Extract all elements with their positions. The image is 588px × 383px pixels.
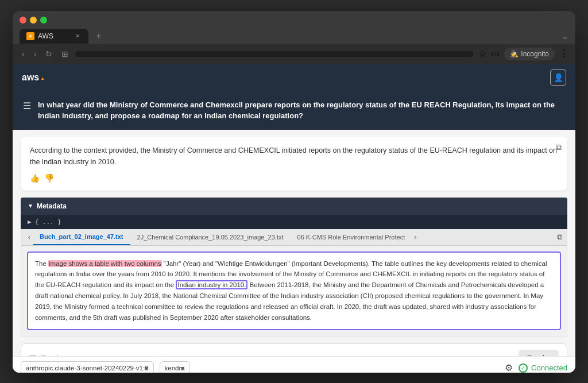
send-button[interactable]: Send » [519,350,559,355]
answer-section: ⧉ According to the context provided, the… [21,137,567,191]
question-section: ☰ In what year did the Ministry of Comme… [13,91,575,130]
copy-icon[interactable]: ⧉ [556,142,562,152]
tab-close-button[interactable]: ✕ [74,32,82,40]
back-button[interactable]: ‹ [20,48,27,60]
answer-text: According to the context provided, the M… [30,145,558,168]
bookmark-icon[interactable]: ☆ [478,48,486,59]
footer-bar: anthropic.claude-3-sonnet-20240229-v1:0 … [13,356,575,373]
source-tab-2[interactable]: 2J_Chemical Compliance_19.05.2023_image_… [130,230,291,245]
model-dropdown-wrapper[interactable]: anthropic.claude-3-sonnet-20240229-v1:0 … [21,361,154,373]
tab-title: AWS [38,32,53,40]
connected-status: ⚙ Connected [505,362,567,373]
message-input-section[interactable]: ✉ Send a message Send » [21,343,567,355]
browser-tab-aws[interactable]: A AWS ✕ [20,29,88,44]
grid-button[interactable]: ⊞ [59,48,71,60]
source-tabs-bar: ‹ Buch_part_02_image_47.txt 2J_Chemical … [21,229,567,246]
collapse-triangle-icon: ▼ [28,203,33,209]
traffic-light-yellow[interactable] [30,17,37,24]
feedback-row: 👍 👎 [30,173,558,183]
source-tab-1[interactable]: Buch_part_02_image_47.txt [33,229,130,245]
main-content: ☰ In what year did the Ministry of Comme… [13,91,575,356]
refresh-button[interactable]: ↻ [43,48,55,60]
connected-label: Connected [531,363,567,372]
incognito-icon: 🕵 [510,50,519,58]
traffic-light-green[interactable] [40,17,47,24]
settings-gear-icon[interactable]: ⚙ [505,362,513,373]
content-box: The image shows a table with two columns… [27,252,561,331]
metadata-label: Metadata [37,202,67,210]
source-tabs-copy-icon[interactable]: ⧉ [557,233,562,242]
user-icon-glyph: 👤 [554,73,563,82]
source-tab-3-label: 06 K-CMS Role Environmental Protect [297,234,405,241]
forward-button[interactable]: › [32,48,39,60]
address-bar: ‹ › ↻ ⊞ ☆ ▭ 🕵 Incognito ⋮ [13,44,575,64]
thumbs-down-button[interactable]: 👎 [44,173,54,183]
model-select-box[interactable]: anthropic.claude-3-sonnet-20240229-v1:0 … [21,361,154,373]
highlight-indian-industry: Indian industry in 2010. [176,280,247,289]
model-value: anthropic.claude-3-sonnet-20240229-v1:0 [26,365,149,372]
aws-header: aws ▲ 👤 [13,64,575,91]
content-before-1: The [35,260,48,267]
source-tab-1-label: Buch_part_02_image_47.txt [40,233,123,240]
cast-icon[interactable]: ▭ [491,48,500,59]
knowledge-base-value: kendra [165,365,185,372]
incognito-badge: 🕵 Incognito [504,48,555,60]
aws-app: aws ▲ 👤 ☰ In what year did the Ministry … [13,64,575,373]
source-tab-3[interactable]: 06 K-CMS Role Environmental Protect [291,230,412,245]
metadata-json-bar[interactable]: ▶ { ... } [21,215,567,229]
incognito-label: Incognito [521,50,549,58]
expand-icon: ▶ [28,218,32,226]
metadata-section: ▼ Metadata ▶ { ... } ‹ Buch_part_02_imag… [21,198,567,337]
more-options-button[interactable]: ⋮ [559,48,568,59]
highlight-image-table: image shows a table with two columns [48,260,162,267]
address-icons: ☆ ▭ 🕵 Incognito ⋮ [478,48,568,60]
source-tabs-container: ‹ Buch_part_02_image_47.txt 2J_Chemical … [21,229,567,337]
source-tab-2-label: 2J_Chemical Compliance_19.05.2023_image_… [137,234,284,241]
aws-logo: aws ▲ [22,72,45,83]
hamburger-menu-icon[interactable]: ☰ [23,100,31,111]
thumbs-up-button[interactable]: 👍 [30,173,40,183]
tabs-next-button[interactable]: › [412,230,419,245]
question-text: In what year did the Ministry of Commerc… [38,99,565,122]
knowledge-base-select-box[interactable]: kendra ▼ [160,361,190,373]
json-label: { ... } [35,218,61,226]
tab-chevron-icon[interactable]: ⌄ [562,32,568,41]
new-tab-button[interactable]: + [91,28,107,44]
aws-favicon: A [26,32,34,40]
connected-dot-icon [519,363,528,373]
user-profile-icon[interactable]: 👤 [550,69,566,86]
metadata-header[interactable]: ▼ Metadata [21,198,567,215]
knowledge-base-dropdown-wrapper[interactable]: kendra ▼ [160,361,190,373]
address-field[interactable] [75,51,474,57]
traffic-light-red[interactable] [20,17,26,24]
tabs-prev-button[interactable]: ‹ [26,230,33,245]
